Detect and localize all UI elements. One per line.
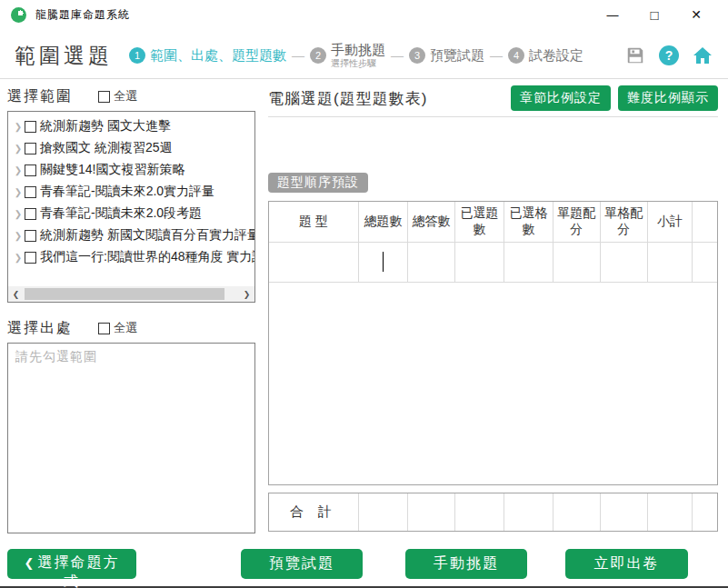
step-2-number: 2: [310, 47, 326, 64]
range-panel-title: 選擇範圍: [7, 87, 73, 106]
total-label: 合 計: [269, 493, 359, 531]
text-cursor: [383, 252, 384, 272]
range-item-label: 青春筆記-閱讀未來2.0實力評量: [40, 184, 214, 200]
source-select-all-label: 全選: [114, 320, 137, 336]
expand-chevron-icon[interactable]: ❯: [12, 122, 25, 132]
cell-empty[interactable]: [693, 242, 717, 282]
range-item-checkbox[interactable]: [25, 230, 36, 242]
step-4-label: 試卷設定: [529, 47, 583, 65]
step-1-number: 1: [129, 47, 145, 64]
range-item-label: 搶救國文 統測複習25週: [40, 140, 172, 156]
range-item-label: 我們這一行:閱讀世界的48種角度 實力評: [40, 249, 254, 265]
expand-chevron-icon[interactable]: ❯: [12, 253, 25, 263]
horizontal-scrollbar[interactable]: ❮ ❯: [8, 286, 254, 302]
panel-separator: [268, 116, 718, 117]
expand-chevron-icon[interactable]: ❯: [12, 165, 25, 175]
range-tree-item[interactable]: ❯ 搶救國文 統測複習25週: [12, 137, 254, 159]
step-3-label: 預覽試題: [430, 47, 484, 65]
range-tree-item[interactable]: ❯ 統測新趨勢 國文大進擊: [12, 115, 254, 137]
total-row: 合 計: [269, 493, 717, 531]
manual-pick-button[interactable]: 手動挑題: [405, 549, 527, 579]
source-select-all-checkbox[interactable]: [98, 323, 110, 334]
col-points-per-question: 單題配分: [553, 202, 600, 242]
range-tree-item[interactable]: ❯ 我們這一行:閱讀世界的48種角度 實力評: [12, 246, 254, 268]
cell-selected-blanks[interactable]: [504, 242, 553, 282]
source-list-box: 請先勾選範圍: [7, 343, 255, 533]
difficulty-ratio-button[interactable]: 難度比例顯示: [618, 85, 718, 111]
scroll-left-icon[interactable]: ❮: [8, 290, 24, 299]
chevron-left-icon: ❮: [25, 556, 35, 570]
maximize-button[interactable]: □: [633, 1, 675, 28]
range-item-checkbox[interactable]: [25, 164, 36, 176]
range-item-label: 關鍵雙14!國文複習新策略: [40, 162, 184, 178]
cell-question-type[interactable]: [269, 242, 359, 282]
cell-selected-questions[interactable]: [454, 242, 504, 282]
range-item-checkbox[interactable]: [25, 143, 36, 154]
step-connector: —: [292, 48, 304, 63]
step-1-label: 範圍、出處、題型題數: [150, 47, 286, 65]
generate-exam-button[interactable]: 立即出卷: [565, 549, 688, 579]
table-header-row: 題 型 總題數 總答數 已選題數 已選格數 單題配分 單格配分 小計: [269, 202, 717, 242]
range-tree-item[interactable]: ❯ 青春筆記-閱讀未來2.0實力評量: [12, 181, 254, 203]
col-question-type: 題 型: [269, 202, 359, 242]
cell-total-questions[interactable]: [359, 242, 408, 282]
expand-chevron-icon[interactable]: ❯: [12, 144, 25, 154]
step-4-number: 4: [508, 47, 524, 64]
total-points-per-question: [553, 493, 600, 531]
range-item-checkbox[interactable]: [25, 208, 36, 220]
range-tree-item[interactable]: ❯ 統測新趨勢 新國文閱讀百分百實力評量: [12, 224, 254, 246]
range-item-label: 青春筆記-閱讀未來2.0段考題: [40, 205, 202, 222]
range-item-checkbox[interactable]: [25, 252, 36, 264]
close-button[interactable]: ✕: [675, 1, 717, 28]
scroll-right-icon[interactable]: ❯: [239, 290, 254, 299]
range-tree-item[interactable]: ❯ 青春筆記-閱讀未來2.0段考題: [12, 203, 254, 224]
step-2-subtitle: 選擇性步驟: [331, 58, 385, 68]
chapter-ratio-button[interactable]: 章節比例設定: [511, 85, 611, 111]
range-item-checkbox[interactable]: [25, 186, 36, 198]
step-connector: —: [391, 48, 404, 63]
app-window: 龍騰題庫命題系統 — □ ✕ 範圍選題 1 範圍、出處、題型題數 — 2 手動挑…: [0, 0, 728, 588]
step-2-label: 手動挑題: [331, 43, 385, 58]
cell-subtotal[interactable]: [647, 242, 693, 282]
range-tree-item[interactable]: ❯ 關鍵雙14!國文複習新策略: [12, 159, 254, 181]
step-indicator: 1 範圍、出處、題型題數 — 2 手動挑題 選擇性步驟 — 3 預覽試題 — 4…: [129, 43, 583, 68]
header-separator: [0, 78, 728, 79]
range-select-all-checkbox[interactable]: [98, 91, 110, 103]
col-points-per-blank: 單格配分: [600, 202, 647, 242]
col-total-answers: 總答數: [408, 202, 455, 242]
expand-chevron-icon[interactable]: ❯: [12, 187, 25, 197]
expand-chevron-icon[interactable]: ❯: [12, 231, 25, 241]
minimize-button[interactable]: —: [592, 1, 633, 28]
question-type-table: 題 型 總題數 總答數 已選題數 已選格數 單題配分 單格配分 小計: [268, 201, 718, 485]
scrollbar-thumb[interactable]: [25, 288, 224, 300]
app-logo-icon: [11, 7, 26, 23]
step-4: 4 試卷設定: [508, 47, 583, 65]
range-item-checkbox[interactable]: [25, 121, 36, 133]
save-icon[interactable]: [624, 45, 646, 66]
step-3: 3 預覽試題: [409, 47, 484, 65]
total-subtotal: [647, 493, 693, 531]
col-selected-questions: 已選題數: [454, 202, 504, 242]
source-select-all[interactable]: 全選: [98, 320, 137, 336]
table-row[interactable]: [269, 242, 717, 282]
right-panel: 電腦選題(題型題數表) 章節比例設定 難度比例顯示 題型順序預設 題 型 總題數…: [268, 85, 718, 532]
col-subtotal: 小計: [647, 202, 693, 242]
home-icon[interactable]: [692, 45, 713, 66]
titlebar: 龍騰題庫命題系統 — □ ✕: [0, 0, 728, 29]
back-to-method-button[interactable]: ❮選擇命題方式: [7, 549, 136, 579]
cell-points-per-blank[interactable]: [600, 242, 647, 282]
step-2: 2 手動挑題 選擇性步驟: [310, 43, 385, 68]
expand-chevron-icon[interactable]: ❯: [12, 209, 25, 219]
range-tree: ❯ 統測新趨勢 國文大進擊 ❯ 搶救國文 統測複習25週 ❯ 關鍵雙14!國文複…: [7, 111, 255, 303]
cell-total-answers[interactable]: [408, 242, 455, 282]
source-placeholder: 請先勾選範圍: [15, 349, 247, 365]
question-order-badge[interactable]: 題型順序預設: [268, 173, 368, 193]
range-select-all[interactable]: 全選: [98, 88, 137, 105]
total-total-answers: [408, 493, 455, 531]
cell-points-per-question[interactable]: [553, 242, 600, 282]
page-title: 範圍選題: [15, 42, 113, 70]
preview-questions-button[interactable]: 預覽試題: [241, 549, 363, 579]
total-points-per-blank: [600, 493, 647, 531]
total-row-table: 合 計: [268, 493, 718, 532]
help-icon[interactable]: ?: [659, 45, 679, 65]
